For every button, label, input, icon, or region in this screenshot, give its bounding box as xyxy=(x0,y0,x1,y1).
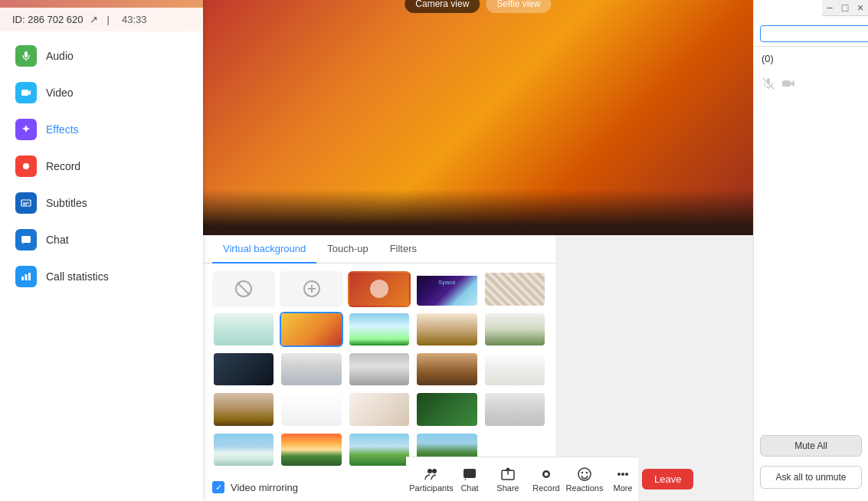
ask-unmute-area: Ask all to unmute xyxy=(754,461,868,501)
sidebar-item-call-statistics[interactable]: Call statistics xyxy=(0,258,203,295)
more-icon xyxy=(615,467,631,482)
svg-line-14 xyxy=(237,283,250,295)
bg-greenwall[interactable] xyxy=(415,391,478,427)
bg-pattern[interactable] xyxy=(483,271,546,306)
bg-curtain[interactable] xyxy=(483,391,546,427)
view-toggle: Camera view Selfie view xyxy=(405,0,551,13)
chat-bottom-button[interactable]: Chat xyxy=(450,467,489,493)
record-bottom-icon xyxy=(539,467,554,482)
sidebar-effects-label: Effects xyxy=(46,123,79,136)
svg-point-23 xyxy=(545,472,549,476)
main-bottom-bar: Participants Chat Share Record xyxy=(406,457,638,501)
svg-rect-37 xyxy=(782,80,791,87)
svg-rect-6 xyxy=(21,236,31,243)
tab-filters[interactable]: Filters xyxy=(379,235,427,264)
bg-add[interactable] xyxy=(280,271,342,306)
svg-rect-8 xyxy=(25,274,28,280)
sidebar-header: ID: 286 702 620 ↗ | 43:33 xyxy=(0,8,203,31)
participants-icon xyxy=(424,467,439,482)
tabs-row: Virtual background Touch-up Filters xyxy=(203,235,555,264)
svg-point-2 xyxy=(23,163,29,169)
sidebar-item-effects[interactable]: Effects xyxy=(0,111,203,148)
svg-point-19 xyxy=(432,469,437,473)
reactions-label: Reactions xyxy=(566,483,604,493)
bg-yellow-selected[interactable] xyxy=(280,312,342,347)
search-row: ↷ xyxy=(754,21,868,47)
video-area: Camera view Selfie view xyxy=(203,0,753,235)
bg-whitespace[interactable] xyxy=(280,391,342,427)
svg-rect-9 xyxy=(28,273,31,280)
bg-fields[interactable] xyxy=(348,432,411,467)
app-window-controls: − □ × xyxy=(822,0,868,16)
bg-library[interactable] xyxy=(212,391,275,427)
bg-darkoffice[interactable] xyxy=(212,352,275,387)
bg-woodroom[interactable] xyxy=(415,352,478,387)
sidebar-item-video[interactable]: Video xyxy=(0,74,203,111)
svg-rect-20 xyxy=(463,469,476,478)
share-button[interactable]: Share xyxy=(489,467,527,493)
sidebar-audio-label: Audio xyxy=(46,50,74,62)
participants-button[interactable]: Participants xyxy=(412,467,450,493)
bg-clouds[interactable] xyxy=(348,312,411,347)
mic-muted-icon[interactable] xyxy=(762,77,775,93)
reactions-button[interactable]: Reactions xyxy=(565,467,604,493)
minimize-button[interactable]: − xyxy=(822,0,837,15)
bg-office1[interactable] xyxy=(212,312,275,347)
maximize-button[interactable]: □ xyxy=(837,0,853,15)
sidebar-subtitles-label: Subtitles xyxy=(46,197,87,209)
sidebar-item-chat[interactable]: Chat xyxy=(0,221,203,258)
count-badge: (0) xyxy=(754,47,868,70)
video-icon xyxy=(15,82,37,103)
leave-button[interactable]: Leave xyxy=(642,469,693,490)
bg-sunset[interactable] xyxy=(280,432,342,467)
camera-muted-icon[interactable] xyxy=(781,77,795,93)
effects-icon xyxy=(15,119,37,140)
search-input[interactable] xyxy=(760,25,868,42)
participants-label: Participants xyxy=(409,483,453,493)
record-bottom-label: Record xyxy=(532,483,559,493)
sidebar-item-subtitles[interactable]: Subtitles xyxy=(0,185,203,221)
bg-brightroom[interactable] xyxy=(483,352,546,387)
share-icon[interactable]: ↗ xyxy=(90,14,98,25)
svg-rect-1 xyxy=(21,90,28,96)
mute-all-area: Mute All xyxy=(754,431,868,461)
chat-icon xyxy=(15,229,37,250)
bg-space[interactable]: Space xyxy=(415,271,478,306)
sidebar-video-label: Video xyxy=(46,87,74,99)
tab-virtual-background[interactable]: Virtual background xyxy=(212,235,316,264)
video-mirroring-label: Video mirroring xyxy=(231,482,298,493)
bg-mountains[interactable] xyxy=(212,432,275,467)
mute-all-button[interactable]: Mute All xyxy=(760,435,862,457)
camera-view-btn[interactable]: Camera view xyxy=(405,0,480,13)
bg-blur[interactable] xyxy=(348,271,411,306)
tab-touch-up[interactable]: Touch-up xyxy=(316,235,378,264)
svg-point-18 xyxy=(427,469,432,473)
share-label: Share xyxy=(496,483,519,493)
selfie-view-btn[interactable]: Selfie view xyxy=(486,0,551,13)
record-icon xyxy=(15,156,37,177)
bg-warmoffice[interactable] xyxy=(415,312,478,347)
audio-icon xyxy=(15,45,37,67)
bg-greenery[interactable] xyxy=(483,312,546,347)
meeting-id: ID: 286 702 620 xyxy=(12,14,84,25)
share-icon xyxy=(500,467,516,482)
close-button[interactable]: × xyxy=(853,0,868,15)
record-bottom-button[interactable]: Record xyxy=(527,467,565,493)
svg-point-27 xyxy=(617,473,621,476)
sidebar-item-audio[interactable]: Audio xyxy=(0,38,203,74)
more-button[interactable]: More xyxy=(604,467,642,493)
more-label: More xyxy=(613,483,632,493)
svg-point-29 xyxy=(625,473,628,476)
main-wrapper: Camera view Selfie view Virtual backgrou… xyxy=(203,0,753,501)
sidebar-item-record[interactable]: Record xyxy=(0,148,203,185)
sidebar-chat-label: Chat xyxy=(46,234,69,246)
bg-corridor[interactable] xyxy=(348,352,411,387)
video-mirroring-checkbox[interactable]: ✓ xyxy=(212,481,224,493)
bg-none[interactable] xyxy=(212,271,275,306)
bg-lightroom[interactable] xyxy=(348,391,411,427)
ask-all-unmute-button[interactable]: Ask all to unmute xyxy=(760,466,862,489)
bg-modernoffice[interactable] xyxy=(280,352,342,387)
sidebar-menu: Audio Video Effects xyxy=(0,31,203,501)
chat-bottom-label: Chat xyxy=(460,483,478,493)
sidebar-record-label: Record xyxy=(46,160,80,172)
